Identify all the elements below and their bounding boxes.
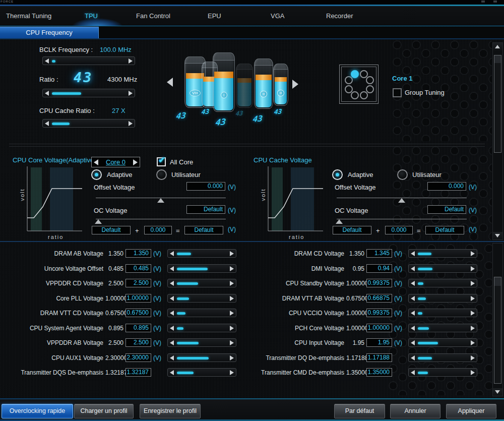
slider-right-arrow[interactable] xyxy=(471,355,475,360)
slider-left-arrow[interactable] xyxy=(170,266,174,271)
user-mode-radio[interactable] xyxy=(156,169,167,180)
slider-right-arrow[interactable] xyxy=(471,370,475,375)
lower-scrollbar[interactable] xyxy=(492,243,503,396)
tab-tpu[interactable]: TPU xyxy=(85,12,98,20)
voltage-input[interactable]: 2.500 xyxy=(125,338,151,347)
voltage-slider[interactable] xyxy=(167,338,236,347)
scrollbar-thumb[interactable] xyxy=(494,277,501,384)
load-profile-button[interactable]: Charger un profil xyxy=(74,404,134,418)
slider-left-arrow[interactable] xyxy=(411,340,415,345)
slider-right-arrow[interactable] xyxy=(471,296,475,301)
voltage-input[interactable]: 1.00000 xyxy=(125,294,151,303)
slider-right-arrow[interactable] xyxy=(230,296,234,301)
voltage-slider[interactable] xyxy=(167,264,236,273)
adaptive-radio[interactable] xyxy=(91,169,102,180)
slider-left-arrow[interactable] xyxy=(170,281,174,286)
core-dot-1[interactable] xyxy=(360,91,368,99)
slider-thumb[interactable] xyxy=(157,198,164,203)
ratio-slider[interactable] xyxy=(42,89,135,97)
scroll-down-button[interactable] xyxy=(493,232,502,239)
voltage-input[interactable]: 1.35000 xyxy=(366,368,392,377)
close-icon[interactable] xyxy=(493,1,497,3)
slider-right-arrow[interactable] xyxy=(471,340,475,345)
voltage-input[interactable]: 0.67500 xyxy=(125,309,151,317)
slider-thumb[interactable] xyxy=(398,198,405,203)
voltage-input[interactable]: 1.350 xyxy=(125,249,151,258)
slider-right-arrow[interactable] xyxy=(129,58,133,64)
offset-voltage-slider[interactable] xyxy=(337,197,467,203)
slider-left-arrow[interactable] xyxy=(170,326,174,331)
voltage-slider[interactable] xyxy=(408,353,477,362)
voltage-input[interactable]: 1.00000 xyxy=(366,324,392,332)
slider-left-arrow[interactable] xyxy=(411,355,415,360)
oc-voltage-input[interactable]: Default xyxy=(427,205,466,214)
tab-fan-control[interactable]: Fan Control xyxy=(136,12,170,20)
slider-right-arrow[interactable] xyxy=(230,326,234,331)
voltage-input[interactable]: 1.345 xyxy=(366,249,392,258)
voltage-slider[interactable] xyxy=(408,309,477,317)
tab-cpu-frequency[interactable]: CPU Frequency xyxy=(0,27,99,38)
slider-right-arrow[interactable] xyxy=(230,311,234,316)
voltage-input[interactable]: 0.99375 xyxy=(366,309,392,317)
user-mode-radio[interactable] xyxy=(397,169,408,180)
quick-overclock-button[interactable]: Overclocking rapide xyxy=(2,404,73,418)
core-dot-5-selected[interactable] xyxy=(351,70,359,78)
slider-right-arrow[interactable] xyxy=(471,311,475,316)
slider-right-arrow[interactable] xyxy=(129,121,133,126)
slider-thumb[interactable] xyxy=(336,219,343,224)
scrollbar-thumb[interactable] xyxy=(494,55,501,153)
slider-right-arrow[interactable] xyxy=(230,251,234,256)
core-dot-4[interactable] xyxy=(345,76,353,84)
slider-left-arrow[interactable] xyxy=(411,266,415,271)
oc-voltage-slider[interactable] xyxy=(96,218,226,224)
slider-left-arrow[interactable] xyxy=(45,121,49,126)
slider-right-arrow[interactable] xyxy=(471,326,475,331)
carousel-left-arrow[interactable] xyxy=(167,78,173,87)
voltage-input[interactable]: 0.485 xyxy=(125,264,151,273)
oc-voltage-slider[interactable] xyxy=(337,218,467,224)
voltage-input[interactable]: 1.17188 xyxy=(366,353,392,362)
slider-left-arrow[interactable] xyxy=(170,251,174,256)
upper-scrollbar[interactable] xyxy=(492,42,503,240)
slider-right-arrow[interactable] xyxy=(471,281,475,286)
minimize-icon[interactable] xyxy=(481,1,485,3)
voltage-input[interactable]: 1.32187 xyxy=(125,368,151,377)
voltage-input[interactable]: 1.95 xyxy=(366,338,392,347)
group-tuning-checkbox[interactable] xyxy=(393,88,402,97)
voltage-slider[interactable] xyxy=(167,353,236,362)
all-core-checkbox[interactable]: ✔ xyxy=(157,157,166,166)
cancel-button[interactable]: Annuler xyxy=(390,404,440,418)
tab-vga[interactable]: VGA xyxy=(271,12,284,20)
voltage-slider[interactable] xyxy=(167,309,236,317)
slider-right-arrow[interactable] xyxy=(230,340,234,345)
voltage-slider[interactable] xyxy=(167,324,236,332)
voltage-slider[interactable] xyxy=(408,324,477,332)
spinner-right-arrow[interactable] xyxy=(133,159,138,165)
apply-button[interactable]: Appliquer xyxy=(446,404,496,418)
defaults-button[interactable]: Par défaut xyxy=(334,404,385,418)
slider-right-arrow[interactable] xyxy=(230,355,234,360)
voltage-slider[interactable] xyxy=(167,368,236,377)
core-selector-ring[interactable] xyxy=(339,65,379,104)
slider-left-arrow[interactable] xyxy=(411,311,415,316)
voltage-input[interactable]: 0.94 xyxy=(366,264,392,273)
slider-left-arrow[interactable] xyxy=(411,370,415,375)
offset-voltage-input[interactable]: 0.000 xyxy=(427,182,466,191)
offset-voltage-input[interactable]: 0.000 xyxy=(186,182,225,191)
voltage-input[interactable]: 0.99375 xyxy=(366,279,392,287)
voltage-slider[interactable] xyxy=(408,338,477,347)
slider-right-arrow[interactable] xyxy=(230,281,234,286)
adaptive-radio[interactable] xyxy=(332,169,343,180)
slider-left-arrow[interactable] xyxy=(170,296,174,301)
voltage-slider[interactable] xyxy=(408,249,477,258)
bclk-slider[interactable] xyxy=(42,56,135,65)
tab-epu[interactable]: EPU xyxy=(208,12,221,20)
slider-left-arrow[interactable] xyxy=(45,91,49,96)
voltage-slider[interactable] xyxy=(408,368,477,377)
voltage-input[interactable]: 0.895 xyxy=(125,324,151,332)
voltage-slider[interactable] xyxy=(167,249,236,258)
tab-thermal-tuning[interactable]: Thermal Tuning xyxy=(6,12,51,20)
slider-left-arrow[interactable] xyxy=(170,355,174,360)
tab-recorder[interactable]: Recorder xyxy=(326,12,353,20)
slider-left-arrow[interactable] xyxy=(411,251,415,256)
